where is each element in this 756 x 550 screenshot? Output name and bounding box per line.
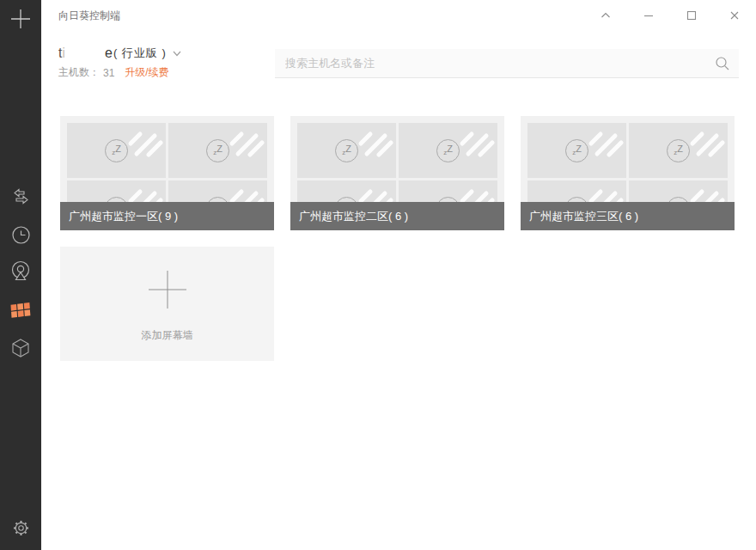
card-title-bar: 广州超市监控三区( 6 ) [521, 202, 735, 230]
upgrade-renew-link[interactable]: 升级/续费 [125, 65, 168, 80]
shine-stripes-icon [684, 125, 725, 159]
username-suffix: e [105, 46, 113, 61]
add-screen-wall-label: 添加屏幕墙 [142, 328, 193, 343]
shine-stripes-icon [352, 125, 393, 159]
username-mask [66, 47, 104, 60]
window-title: 向日葵控制端 [58, 0, 120, 31]
hosts-count: 31 [103, 67, 114, 79]
chevron-down-icon [172, 48, 182, 58]
close-button[interactable] [724, 5, 745, 26]
screen-wall-grid-icon [9, 301, 32, 321]
search-bar [275, 49, 739, 78]
account-edition: ( 行业版 ) [113, 46, 167, 61]
shine-stripes-icon [223, 125, 265, 159]
chevron-up-icon [599, 9, 613, 22]
hosts-label: 主机数： [58, 65, 100, 80]
screen-wall-card[interactable]: zZ zZ zZ [60, 116, 274, 230]
collapse-button[interactable] [595, 5, 616, 26]
clock-icon [10, 224, 32, 246]
sidebar-item-devices[interactable] [9, 337, 32, 359]
screen-wall-grid: zZ zZ zZ [60, 116, 735, 361]
sidebar-item-history[interactable] [9, 223, 32, 246]
card-title: 广州超市监控一区( 9 ) [69, 210, 178, 223]
camera-icon [9, 260, 32, 284]
sidebar [0, 0, 41, 550]
maximize-icon [685, 9, 698, 22]
username-prefix: ti [58, 46, 65, 61]
gear-icon [10, 517, 32, 539]
screen-thumbnail: zZ [629, 123, 728, 178]
screen-wall-card[interactable]: zZ zZ zZ [521, 116, 735, 230]
plus-icon [143, 265, 192, 315]
account-block: tie( 行业版 ) 主机数： 31 升级/续费 [58, 45, 182, 80]
window-controls [573, 5, 745, 26]
plus-icon [9, 8, 32, 30]
shine-stripes-icon [454, 125, 495, 159]
sidebar-item-screen-wall[interactable] [9, 300, 32, 322]
card-title: 广州超市监控二区( 6 ) [299, 210, 408, 223]
settings-button[interactable] [9, 516, 32, 539]
titlebar: 向日葵控制端 [41, 0, 756, 31]
app-window: 向日葵控制端 tie( 行业版 ) [0, 0, 756, 550]
screen-thumbnail: zZ [399, 123, 497, 178]
add-screen-wall-card[interactable]: 添加屏幕墙 [60, 247, 274, 361]
screen-wall-card[interactable]: zZ zZ zZ [290, 116, 504, 230]
shine-stripes-icon [582, 125, 624, 159]
main-area: 向日葵控制端 tie( 行业版 ) [41, 0, 756, 550]
sidebar-item-camera[interactable] [9, 260, 32, 283]
card-title-bar: 广州超市监控一区( 9 ) [60, 202, 274, 230]
cube-icon [9, 337, 32, 359]
account-hosts-line: 主机数： 31 升级/续费 [58, 65, 182, 80]
minimize-icon [642, 9, 655, 22]
search-input[interactable] [275, 49, 739, 77]
screen-thumbnail: zZ [527, 123, 626, 178]
search-icon [715, 56, 730, 71]
shine-stripes-icon [122, 125, 163, 159]
account-dropdown-toggle[interactable] [172, 48, 182, 58]
screen-thumbnail: zZ [297, 123, 396, 178]
card-title-bar: 广州超市监控二区( 6 ) [290, 202, 504, 230]
card-title: 广州超市监控三区( 6 ) [529, 210, 638, 223]
maximize-button[interactable] [681, 5, 702, 26]
account-username[interactable]: tie( 行业版 ) [58, 45, 182, 62]
swap-arrows-icon [10, 187, 32, 206]
screen-thumbnail: zZ [67, 123, 166, 178]
add-device-button[interactable] [9, 8, 32, 30]
screen-thumbnail: zZ [168, 123, 267, 178]
sidebar-item-remote-control[interactable] [9, 186, 32, 208]
close-icon [728, 9, 741, 22]
minimize-button[interactable] [638, 5, 659, 26]
